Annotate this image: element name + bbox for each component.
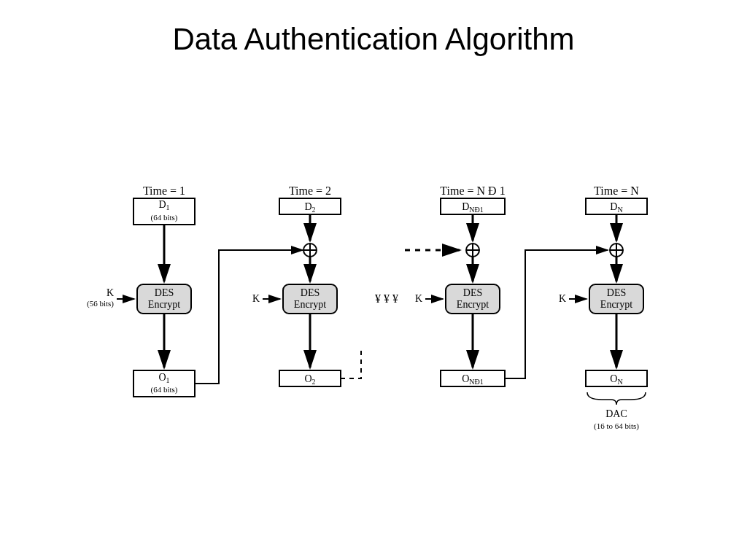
k-label-2: K [252, 293, 260, 304]
dac-bits: (16 to 64 bits) [594, 421, 639, 431]
des-label-2b: Encrypt [294, 299, 326, 310]
des-label-3a: DES [463, 287, 482, 298]
feedback-3-4 [505, 250, 608, 378]
des-label-4b: Encrypt [600, 299, 632, 310]
time-label-4: Time = N [594, 184, 639, 197]
k-label-3: K [415, 293, 422, 304]
des-label-2a: DES [301, 287, 320, 298]
k-label-4: K [559, 293, 566, 304]
stage-3: Time = N Ð 1 DNÐ1 DES Encrypt K ONÐ1 [415, 184, 608, 386]
feedback-2-dash [341, 350, 361, 378]
input-bits-1: (64 bits) [151, 213, 178, 222]
k-label-1: K [107, 287, 114, 298]
time-label-3: Time = N Ð 1 [440, 184, 505, 197]
time-label-2: Time = 2 [289, 184, 331, 197]
stage-1: Time = 1 D1 (64 bits) DES Encrypt K (56 … [87, 184, 303, 397]
des-label-1b: Encrypt [148, 299, 180, 310]
dac-brace [587, 392, 646, 405]
stage-2: Time = 2 D2 DES Encrypt K O2 [252, 184, 460, 386]
dac-label: DAC [605, 408, 627, 419]
output-bits-1: (64 bits) [151, 385, 178, 394]
feedback-1-2 [195, 250, 303, 384]
des-label-4a: DES [607, 287, 626, 298]
ellipsis: ¥ ¥ ¥ [375, 292, 398, 305]
time-label-1: Time = 1 [143, 184, 185, 197]
des-label-1a: DES [155, 287, 174, 298]
stage-4: Time = N DN DES Encrypt K ON DAC (16 to … [559, 184, 647, 431]
des-label-3b: Encrypt [457, 299, 489, 310]
k-bits: (56 bits) [87, 299, 114, 308]
diagram: Time = 1 D1 (64 bits) DES Encrypt K (56 … [0, 0, 747, 560]
